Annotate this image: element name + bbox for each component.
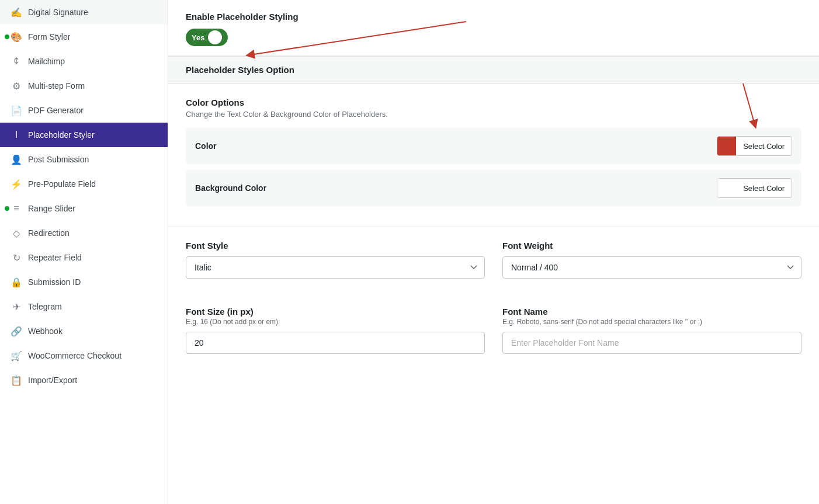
enable-placeholder-label: Enable Placeholder Styling [186,12,801,22]
color-swatch [717,137,736,155]
icon-telegram: ✈ [11,301,22,312]
icon-post-submission: 👤 [11,154,22,165]
main-content: Enable Placeholder Styling Yes Placehold [168,0,819,504]
color-select-button[interactable]: Select Color [717,136,792,156]
font-size-input[interactable] [186,332,485,354]
icon-form-styler: 🎨 [11,31,22,43]
font-size-desc: E.g. 16 (Do not add px or em). [186,318,485,326]
sidebar-item-range-slider[interactable]: ≡Range Slider [0,196,168,221]
icon-repeater-field: ↻ [11,252,22,263]
sidebar-item-pre-populate-field[interactable]: ⚡Pre-Populate Field [0,172,168,196]
icon-webhook: 🔗 [11,325,22,337]
background-color-select-text: Select Color [736,182,792,195]
icon-pre-populate-field: ⚡ [11,178,22,190]
toggle-circle [208,30,222,44]
color-select-text: Select Color [736,140,792,153]
icon-redirection: ◇ [11,227,22,239]
icon-mailchimp: ¢ [11,55,22,67]
icon-submission-id: 🔒 [11,276,22,288]
label-mailchimp: Mailchimp [28,57,65,66]
background-color-row: Background Color Select Color [186,170,801,206]
font-name-col: Font Name E.g. Roboto, sans-serif (Do no… [502,307,801,354]
label-repeater-field: Repeater Field [28,253,82,262]
label-range-slider: Range Slider [28,204,75,213]
label-redirection: Redirection [28,228,70,238]
sidebar-item-post-submission[interactable]: 👤Post Submission [0,147,168,172]
sidebar-item-pdf-generator[interactable]: 📄PDF Generator [0,98,168,123]
label-form-styler: Form Styler [28,32,70,41]
font-style-select[interactable]: NormalItalicOblique [186,256,485,279]
font-size-name-row: Font Size (in px) E.g. 16 (Do not add px… [186,307,801,354]
placeholder-styles-header: Placeholder Styles Option [168,56,819,84]
sidebar-item-woocommerce-checkout[interactable]: 🛒WooCommerce Checkout [0,343,168,368]
label-telegram: Telegram [28,302,62,311]
label-multi-step-form: Multi-step Form [28,81,85,91]
placeholder-toggle[interactable]: Yes [186,29,228,46]
label-pdf-generator: PDF Generator [28,106,84,115]
sidebar-item-webhook[interactable]: 🔗Webhook [0,319,168,343]
sidebar-item-redirection[interactable]: ◇Redirection [0,221,168,245]
font-style-label: Font Style [186,241,485,251]
label-submission-id: Submission ID [28,277,81,287]
label-digital-signature: Digital Signature [28,8,88,17]
font-weight-label: Font Weight [502,241,801,251]
font-weight-select[interactable]: Normal / 400Bold / 700Light / 300 [502,256,801,279]
font-size-title: Font Size (in px) [186,307,485,317]
icon-digital-signature: ✍ [11,6,22,18]
font-name-desc: E.g. Roboto, sans-serif (Do not add spec… [502,318,801,326]
sidebar: ✍Digital Signature🎨Form Styler¢Mailchimp… [0,0,168,504]
icon-multi-step-form: ⚙ [11,80,22,92]
enable-placeholder-section: Enable Placeholder Styling Yes [168,0,819,56]
toggle-text: Yes [192,33,204,42]
font-style-col: Font Style NormalItalicOblique [186,241,485,279]
label-pre-populate-field: Pre-Populate Field [28,179,96,189]
color-options-title: Color Options [186,98,801,107]
background-color-swatch [717,179,736,197]
sidebar-item-form-styler[interactable]: 🎨Form Styler [0,25,168,49]
font-weight-col: Font Weight Normal / 400Bold / 700Light … [502,241,801,279]
sidebar-item-multi-step-form[interactable]: ⚙Multi-step Form [0,74,168,98]
color-options-section: Color Options Change the Text Color & Ba… [168,84,819,227]
font-options-section: Font Style NormalItalicOblique Font Weig… [168,227,819,307]
label-import-export: Import/Export [28,376,77,385]
color-options-desc: Change the Text Color & Background Color… [186,110,801,119]
label-placeholder-styler: Placeholder Styler [28,130,95,140]
sidebar-item-telegram[interactable]: ✈Telegram [0,294,168,319]
icon-pdf-generator: 📄 [11,105,22,116]
background-color-label: Background Color [195,183,266,193]
active-dot-form-styler [5,34,9,39]
icon-range-slider: ≡ [11,203,22,214]
sidebar-item-placeholder-styler[interactable]: IPlaceholder Styler [0,123,168,147]
label-woocommerce-checkout: WooCommerce Checkout [28,351,122,360]
background-color-select-button[interactable]: Select Color [717,178,792,198]
font-style-weight-row: Font Style NormalItalicOblique Font Weig… [186,241,801,279]
sidebar-item-submission-id[interactable]: 🔒Submission ID [0,270,168,294]
icon-woocommerce-checkout: 🛒 [11,350,22,362]
sidebar-item-repeater-field[interactable]: ↻Repeater Field [0,245,168,270]
sidebar-item-digital-signature[interactable]: ✍Digital Signature [0,0,168,25]
placeholder-styles-title: Placeholder Styles Option [186,65,801,75]
font-name-title: Font Name [502,307,801,317]
color-row: Color Select Color [186,128,801,164]
sidebar-item-import-export[interactable]: 📋Import/Export [0,368,168,392]
font-size-section: Font Size (in px) E.g. 16 (Do not add px… [168,307,819,371]
icon-import-export: 📋 [11,374,22,386]
label-post-submission: Post Submission [28,155,89,164]
color-label: Color [195,141,217,151]
active-dot-range-slider [5,206,9,211]
label-webhook: Webhook [28,326,63,336]
font-name-input[interactable] [502,332,801,354]
icon-placeholder-styler: I [11,129,22,141]
font-size-col: Font Size (in px) E.g. 16 (Do not add px… [186,307,485,354]
sidebar-item-mailchimp[interactable]: ¢Mailchimp [0,49,168,74]
